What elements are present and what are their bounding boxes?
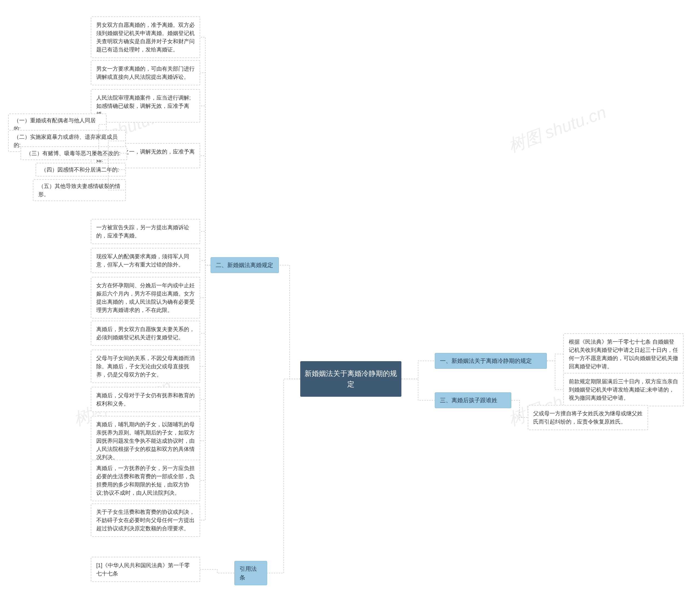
leaf-s2-11: 离婚后，一方抚养的子女，另一方应负担必要的生活费和教育费的一部或全部，负担费用的… bbox=[91, 460, 200, 501]
watermark: 树图 shutu.cn bbox=[505, 101, 609, 157]
leaf-s2-5: 现役军人的配偶要求离婚，须得军人同意，但军人一方有重大过错的除外。 bbox=[91, 248, 200, 273]
leaf-s2-sub-4: （五）其他导致夫妻感情破裂的情形。 bbox=[33, 179, 126, 201]
leaf-s2-12: 关于子女生活费和教育费的协议或判决，不妨碍子女在必要时向父母任何一方提出超过协议… bbox=[91, 503, 200, 537]
leaf-s2-4: 一方被宣告失踪，另一方提出离婚诉讼的，应准予离婚。 bbox=[91, 219, 200, 244]
leaf-s2-9: 离婚后，父母对于子女仍有抚养和教育的权利和义务。 bbox=[91, 387, 200, 412]
leaf-s2-6: 女方在怀孕期间、分娩后一年内或中止妊娠后六个月内，男方不得提出离婚。女方提出离婚… bbox=[91, 277, 200, 319]
branch-section2: 二、新婚姻法离婚规定 bbox=[211, 257, 279, 273]
leaf-s2-8: 父母与子女间的关系，不因父母离婚而消除。离婚后，子女无论由父或母直接抚养，仍是父… bbox=[91, 350, 200, 383]
leaf-s1-0: 根据《民法典》第一千零七十七条 自婚姻登记机关收到离婚登记申请之日起三十日内，任… bbox=[563, 333, 684, 375]
branch-citation: 引用法条 bbox=[234, 561, 267, 585]
branch-section3: 三、离婚后孩子跟谁姓 bbox=[435, 392, 511, 408]
leaf-s2-1: 男女一方要求离婚的，可由有关部门进行调解或直接向人民法院提出离婚诉讼。 bbox=[91, 60, 200, 86]
leaf-s2-2: 人民法院审理离婚案件，应当进行调解;如感情确已破裂，调解无效，应准予离婚。 bbox=[91, 89, 200, 123]
branch-section1: 一、新婚姻法关于离婚冷静期的规定 bbox=[435, 353, 547, 369]
leaf-s2-sub-2: （三）有赌博、吸毒等恶习屡教不改的: bbox=[21, 146, 127, 160]
leaf-s1-1: 前款规定期限届满后三十日内，双方应当亲自到婚姻登记机关申请发给离婚证;未申请的，… bbox=[563, 373, 684, 406]
leaf-s2-0: 男女双方自愿离婚的，准予离婚。双方必须到婚姻登记机关申请离婚。婚姻登记机关查明双… bbox=[91, 16, 200, 58]
leaf-s3-0: 父或母一方擅自将子女姓氏改为继母或继父姓氏而引起纠纷的，应责令恢复原姓氏。 bbox=[528, 405, 648, 430]
leaf-s2-10: 离婚后，哺乳期内的子女，以随哺乳的母亲抚养为原则。哺乳期后的子女，如双方因抚养问… bbox=[91, 416, 200, 466]
leaf-citation-0: [1]《中华人民共和国民法典》第一千零七十七条 bbox=[91, 557, 200, 582]
leaf-s2-7: 离婚后，男女双方自愿恢复夫妻关系的，必须到婚姻登记机关进行复婚登记。 bbox=[91, 321, 200, 346]
root-node: 新婚姻法关于离婚冷静期的规定 bbox=[300, 361, 401, 397]
leaf-s2-sub-3: （四）因感情不和分居满二年的: bbox=[36, 163, 126, 176]
